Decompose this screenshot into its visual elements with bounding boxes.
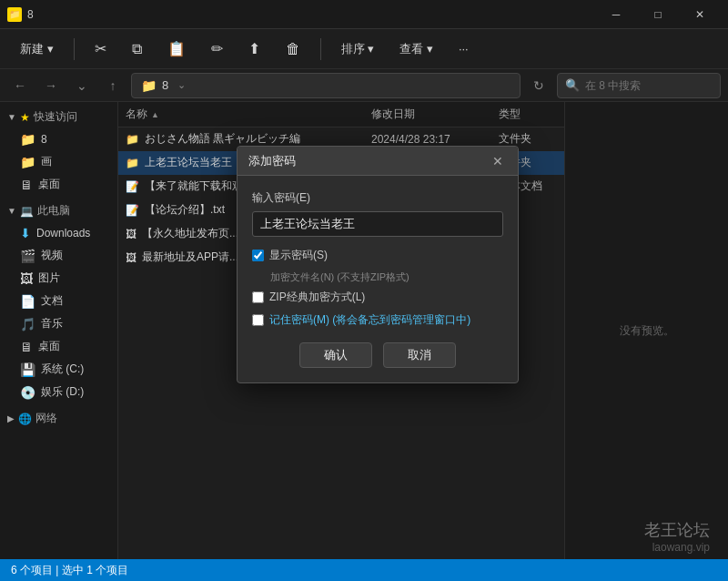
sidebar-item-videos[interactable]: 🎬 视频 bbox=[2, 244, 116, 267]
pc-icon: 💻 bbox=[20, 205, 34, 218]
quick-access-label: 快速访问 bbox=[34, 109, 77, 125]
sidebar-item-gallery[interactable]: 📁 画 bbox=[2, 150, 116, 173]
status-bar: 6 个项目 | 选中 1 个项目 bbox=[0, 559, 728, 581]
img-icon: 🖼 bbox=[126, 228, 136, 240]
sidebar: ▼ ★ 快速访问 📁 8 📁 画 🖥 桌面 ▼ 💻 此电脑 bbox=[0, 102, 118, 559]
preview-panel: 没有预览。 bbox=[564, 102, 728, 559]
drive-c-icon: 💾 bbox=[20, 362, 35, 377]
sidebar-item-label: 系统 (C:) bbox=[41, 362, 84, 377]
downloads-icon: ⬇ bbox=[20, 226, 31, 240]
remember-pwd-link[interactable]: 记住密码(M) (将会备忘到密码管理窗口中) bbox=[269, 313, 470, 326]
status-text: 6 个项目 | 选中 1 个项目 bbox=[11, 563, 128, 578]
sidebar-item-label: 8 bbox=[41, 133, 47, 146]
col-type-header[interactable]: 类型 bbox=[491, 102, 564, 127]
forward-button[interactable]: → bbox=[38, 73, 64, 98]
rename-icon: ✏ bbox=[211, 40, 223, 57]
window-title: 8 bbox=[27, 8, 34, 21]
zip-classic-row: ZIP经典加密方式(L) bbox=[252, 290, 503, 305]
copy-button[interactable]: ⧉ bbox=[123, 36, 151, 62]
sidebar-item-label: Downloads bbox=[36, 227, 90, 240]
more-button[interactable]: ··· bbox=[450, 37, 478, 60]
password-input[interactable] bbox=[252, 211, 503, 237]
sidebar-item-music[interactable]: 🎵 音乐 bbox=[2, 312, 116, 335]
this-pc-label: 此电脑 bbox=[37, 203, 70, 219]
network-header[interactable]: ▶ 🌐 网络 bbox=[0, 407, 117, 430]
txt-icon-2: 📝 bbox=[126, 204, 139, 217]
sidebar-item-desktop-pc[interactable]: 🖥 桌面 bbox=[2, 335, 116, 358]
chevron-down-icon: ▼ bbox=[7, 112, 16, 122]
sidebar-item-system-c[interactable]: 💾 系统 (C:) bbox=[2, 358, 116, 381]
quick-access-header[interactable]: ▼ ★ 快速访问 bbox=[0, 106, 117, 128]
txt-icon: 📝 bbox=[126, 180, 139, 193]
col-date-header[interactable]: 修改日期 bbox=[364, 102, 491, 127]
sidebar-item-label: 文档 bbox=[41, 293, 63, 309]
password-dialog: 添加密码 ✕ 输入密码(E) 显示密码(S) 加密文件名(N) (不支持ZIP格… bbox=[237, 146, 519, 383]
new-button[interactable]: 新建 ▾ bbox=[11, 36, 63, 62]
confirm-button[interactable]: 确认 bbox=[299, 342, 372, 368]
sort-button[interactable]: 排序 ▾ bbox=[332, 36, 384, 62]
document-icon: 📄 bbox=[20, 294, 35, 309]
show-pwd-checkbox[interactable] bbox=[252, 250, 264, 261]
address-path: 8 bbox=[162, 78, 168, 92]
maximize-button[interactable]: □ bbox=[637, 0, 679, 29]
encrypt-filename-note: 加密文件名(N) (不支持ZIP格式) bbox=[270, 270, 503, 284]
rename-button[interactable]: ✏ bbox=[202, 36, 232, 62]
delete-button[interactable]: 🗑 bbox=[277, 36, 309, 62]
video-icon: 🎬 bbox=[20, 249, 35, 263]
title-bar-left: 📁 8 bbox=[7, 7, 34, 22]
cut-button[interactable]: ✂ bbox=[86, 36, 116, 62]
folder-icon: 📁 bbox=[20, 132, 35, 147]
file-date-cell: 2024/4/28 23:17 bbox=[364, 133, 491, 146]
search-icon: 🔍 bbox=[565, 78, 580, 92]
sidebar-item-desktop-quick[interactable]: 🖥 桌面 bbox=[2, 173, 116, 196]
folder-icon: 📁 bbox=[20, 155, 35, 169]
recent-button[interactable]: ⌄ bbox=[69, 73, 95, 98]
drive-d-icon: 💿 bbox=[20, 385, 35, 400]
col-name-header[interactable]: 名称 ▲ bbox=[118, 102, 364, 127]
star-icon: ★ bbox=[20, 111, 30, 124]
remember-pwd-label: 记住密码(M) (将会备忘到密码管理窗口中) bbox=[269, 312, 470, 328]
up-button[interactable]: ↑ bbox=[100, 73, 126, 98]
file-name-cell: 📁 おじさん物語 黒ギャルビッチ編 bbox=[118, 131, 364, 147]
share-button[interactable]: ⬆ bbox=[239, 36, 269, 62]
sidebar-item-8[interactable]: 📁 8 bbox=[2, 128, 116, 150]
dialog-title-text: 添加密码 bbox=[248, 153, 296, 169]
network-label: 网络 bbox=[35, 411, 57, 426]
music-icon: 🎵 bbox=[20, 317, 35, 331]
delete-icon: 🗑 bbox=[286, 41, 300, 57]
sidebar-item-entertainment-d[interactable]: 💿 娱乐 (D:) bbox=[2, 381, 116, 403]
sidebar-item-downloads[interactable]: ⬇ Downloads bbox=[2, 222, 116, 244]
zip-classic-label: ZIP经典加密方式(L) bbox=[269, 290, 365, 305]
search-input[interactable] bbox=[585, 79, 713, 92]
dialog-close-button[interactable]: ✕ bbox=[489, 152, 507, 170]
desktop-icon-pc: 🖥 bbox=[20, 340, 33, 354]
cancel-button[interactable]: 取消 bbox=[383, 342, 456, 368]
copy-icon: ⧉ bbox=[132, 41, 142, 57]
view-button[interactable]: 查看 ▾ bbox=[390, 36, 442, 62]
sidebar-item-documents[interactable]: 📄 文档 bbox=[2, 290, 116, 312]
folder-icon: 📁 bbox=[126, 133, 139, 146]
this-pc-header[interactable]: ▼ 💻 此电脑 bbox=[0, 199, 117, 222]
dialog-title-bar: 添加密码 ✕ bbox=[238, 147, 518, 176]
back-button[interactable]: ← bbox=[7, 73, 33, 98]
search-box: 🔍 bbox=[557, 73, 721, 98]
sidebar-item-label: 音乐 bbox=[41, 316, 63, 331]
sidebar-item-label: 桌面 bbox=[38, 177, 60, 192]
paste-button[interactable]: 📋 bbox=[158, 36, 195, 62]
remember-pwd-checkbox[interactable] bbox=[252, 314, 264, 326]
desktop-icon: 🖥 bbox=[20, 178, 33, 192]
cut-icon: ✂ bbox=[95, 40, 106, 57]
refresh-button[interactable]: ↻ bbox=[526, 73, 551, 98]
address-input[interactable]: 📁 8 ⌄ bbox=[131, 73, 521, 98]
img-icon-2: 🖼 bbox=[126, 251, 136, 264]
show-pwd-row: 显示密码(S) bbox=[252, 248, 503, 263]
window-icon: 📁 bbox=[7, 7, 22, 22]
sidebar-item-pictures[interactable]: 🖼 图片 bbox=[2, 267, 116, 290]
remember-pwd-row: 记住密码(M) (将会备忘到密码管理窗口中) bbox=[252, 312, 503, 328]
file-type-cell: 文件夹 bbox=[491, 131, 564, 147]
zip-classic-checkbox[interactable] bbox=[252, 291, 264, 303]
sidebar-item-label: 画 bbox=[41, 154, 52, 169]
close-button[interactable]: ✕ bbox=[679, 0, 721, 29]
file-column-headers: 名称 ▲ 修改日期 类型 bbox=[118, 102, 564, 127]
minimize-button[interactable]: ─ bbox=[595, 0, 637, 29]
